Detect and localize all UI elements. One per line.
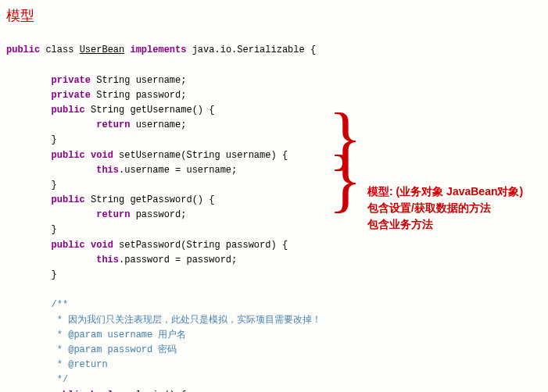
field: username: [136, 75, 181, 86]
txt: setUsername(String username) {: [113, 150, 288, 161]
comment: /**: [52, 299, 69, 310]
kw-public: public: [6, 45, 40, 55]
kw-return: return: [96, 209, 130, 220]
field: password: [124, 255, 170, 265]
txt: java.io.Serializable {: [186, 45, 316, 55]
kw-void: void: [85, 150, 113, 161]
txt: }: [52, 134, 57, 145]
txt: ;: [181, 90, 186, 101]
kw-implements: implements: [124, 45, 186, 55]
txt: = password;: [170, 255, 237, 265]
comment: * @return: [52, 359, 108, 370]
txt: String getPassword() {: [85, 194, 215, 205]
field: username: [124, 165, 170, 176]
txt: ;: [181, 75, 186, 86]
txt: class: [40, 45, 79, 55]
kw-this: this: [96, 255, 119, 265]
txt: username: [130, 119, 181, 130]
txt: ;: [181, 119, 186, 130]
field: password: [136, 90, 181, 101]
kw-public: public: [52, 150, 85, 161]
txt: }: [52, 180, 57, 191]
kw-private: private: [52, 75, 91, 86]
txt: }: [52, 224, 57, 235]
txt: login() {: [130, 390, 186, 393]
kw-this: this: [96, 165, 119, 176]
kw-public: public: [52, 240, 85, 251]
annotation-line: 包含设置/获取数据的方法: [367, 200, 523, 216]
brace-icon: } }: [328, 117, 362, 201]
kw-public: public: [52, 390, 85, 393]
annotation-line: 模型: (业务对象 JavaBean对象): [367, 184, 523, 200]
kw-private: private: [52, 90, 91, 101]
kw-public: public: [52, 105, 85, 116]
annotation: 模型: (业务对象 JavaBean对象) 包含设置/获取数据的方法 包含业务方…: [367, 184, 523, 233]
class-name: UserBean: [80, 45, 125, 55]
comment: * @param password 密码: [52, 344, 177, 355]
kw-public: public: [52, 194, 85, 205]
comment: * 因为我们只关注表现层，此处只是模拟，实际项目需要改掉！: [52, 315, 322, 326]
kw-return: return: [96, 119, 130, 130]
txt: String: [91, 90, 136, 101]
comment: * @param username 用户名: [52, 330, 187, 340]
annotation-line: 包含业务方法: [367, 216, 523, 233]
txt: String: [91, 75, 136, 86]
txt: }: [52, 269, 57, 280]
txt: setPassword(String password) {: [113, 240, 288, 251]
page-title: 模型: [6, 6, 542, 25]
kw-void: void: [85, 240, 113, 251]
txt: = username;: [170, 165, 237, 176]
kw-boolean: boolean: [85, 390, 131, 393]
comment: */: [52, 374, 69, 385]
txt: String getUsername() {: [85, 105, 215, 116]
txt: password: [130, 209, 181, 220]
txt: ;: [181, 209, 186, 220]
